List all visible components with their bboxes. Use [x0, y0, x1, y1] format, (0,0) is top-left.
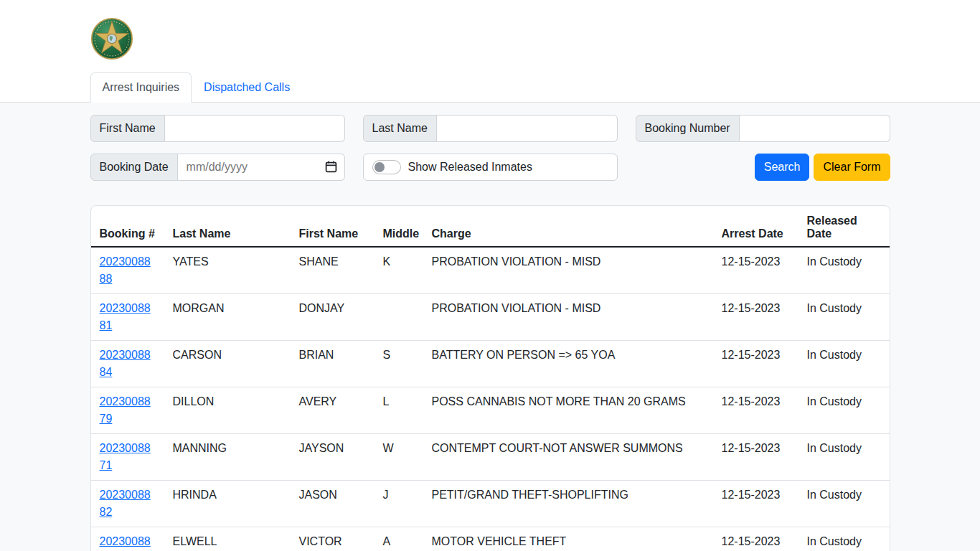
- arrest-date-cell: 12-15-2023: [713, 247, 798, 294]
- booking-date-input[interactable]: [178, 154, 345, 181]
- released-date-cell: In Custody: [798, 247, 890, 294]
- header-first-name: First Name: [291, 206, 374, 247]
- table-row: 2023008882HRINDAJASONJPETIT/GRAND THEFT-…: [91, 481, 890, 527]
- search-button[interactable]: Search: [755, 154, 810, 181]
- show-released-toggle[interactable]: [372, 160, 401, 174]
- header-last-name: Last Name: [164, 206, 291, 247]
- arrest-date-cell: 12-15-2023: [713, 294, 798, 341]
- page-header: Arrest Inquiries Dispatched Calls: [0, 0, 980, 103]
- first-name-cell: VICTOR: [291, 527, 374, 551]
- header-middle: Middle: [374, 206, 423, 247]
- booking-number-link[interactable]: 2023008871: [100, 442, 151, 471]
- first-name-label: First Name: [90, 115, 165, 142]
- first-name-input[interactable]: [165, 115, 345, 142]
- booking-number-cell: 2023008879: [91, 387, 164, 434]
- header-booking-number: Booking #: [91, 206, 164, 247]
- sheriff-badge-logo-icon: [90, 17, 133, 60]
- middle-initial-cell: A: [374, 527, 423, 551]
- booking-number-label: Booking Number: [636, 115, 740, 142]
- booking-number-input[interactable]: [740, 115, 890, 142]
- booking-number-link[interactable]: 2023008873: [100, 535, 151, 551]
- booking-number-link[interactable]: 2023008882: [100, 489, 151, 518]
- middle-initial-cell: S: [374, 341, 423, 387]
- last-name-cell: DILLON: [164, 387, 291, 434]
- results-table: Booking # Last Name First Name Middle Ch…: [91, 206, 890, 551]
- arrest-date-cell: 12-15-2023: [713, 527, 798, 551]
- header-arrest-date: Arrest Date: [713, 206, 798, 247]
- first-name-cell: DONJAY: [291, 294, 374, 341]
- first-name-cell: SHANE: [291, 247, 374, 294]
- first-name-cell: JASON: [291, 481, 374, 527]
- last-name-cell: MANNING: [164, 434, 291, 481]
- middle-initial-cell: L: [374, 387, 423, 434]
- middle-initial-cell: [374, 294, 423, 341]
- main-content: First Name Last Name Booking Number Book…: [90, 115, 890, 551]
- booking-number-cell: 2023008888: [91, 247, 164, 294]
- arrest-date-cell: 12-15-2023: [713, 481, 798, 527]
- arrest-date-cell: 12-15-2023: [713, 341, 798, 387]
- booking-number-link[interactable]: 2023008881: [100, 302, 151, 331]
- table-row: 2023008871MANNINGJAYSONWCONTEMPT COURT-N…: [91, 434, 890, 481]
- first-name-cell: AVERY: [291, 387, 374, 434]
- table-row: 2023008873ELWELLVICTORAMOTOR VEHICLE THE…: [91, 527, 890, 551]
- booking-number-cell: 2023008873: [91, 527, 164, 551]
- charge-cell: PETIT/GRAND THEFT-SHOPLIFTING: [423, 481, 713, 527]
- header-charge: Charge: [423, 206, 713, 247]
- last-name-cell: HRINDA: [164, 481, 291, 527]
- arrest-date-cell: 12-15-2023: [713, 434, 798, 481]
- booking-number-cell: 2023008884: [91, 341, 164, 387]
- tab-dispatched-calls[interactable]: Dispatched Calls: [192, 72, 302, 103]
- booking-number-link[interactable]: 2023008884: [100, 349, 151, 378]
- middle-initial-cell: K: [374, 247, 423, 294]
- table-header: Booking # Last Name First Name Middle Ch…: [91, 206, 890, 247]
- tab-arrest-inquiries[interactable]: Arrest Inquiries: [90, 72, 192, 103]
- form-actions: Search Clear Form: [636, 154, 890, 181]
- show-released-label: Show Released Inmates: [408, 161, 532, 174]
- last-name-cell: ELWELL: [164, 527, 291, 551]
- table-row: 2023008884CARSONBRIANSBATTERY ON PERSON …: [91, 341, 890, 387]
- released-date-cell: In Custody: [798, 387, 890, 434]
- first-name-cell: JAYSON: [291, 434, 374, 481]
- charge-cell: POSS CANNABIS NOT MORE THAN 20 GRAMS: [423, 387, 713, 434]
- results-card: Booking # Last Name First Name Middle Ch…: [90, 205, 890, 551]
- first-name-group: First Name: [90, 115, 345, 142]
- table-row: 2023008888YATESSHANEKPROBATION VIOLATION…: [91, 247, 890, 294]
- toggle-knob: [374, 162, 385, 172]
- charge-cell: BATTERY ON PERSON => 65 YOA: [423, 341, 713, 387]
- tab-bar: Arrest Inquiries Dispatched Calls: [0, 72, 980, 103]
- show-released-group: Show Released Inmates: [363, 154, 618, 181]
- clear-form-button[interactable]: Clear Form: [814, 154, 890, 181]
- table-row: 2023008881MORGANDONJAYPROBATION VIOLATIO…: [91, 294, 890, 341]
- last-name-input[interactable]: [437, 115, 618, 142]
- booking-date-label: Booking Date: [90, 154, 178, 181]
- last-name-label: Last Name: [363, 115, 437, 142]
- arrest-date-cell: 12-15-2023: [713, 387, 798, 434]
- booking-date-group: Booking Date: [90, 154, 345, 181]
- released-date-cell: In Custody: [798, 341, 890, 387]
- last-name-cell: CARSON: [164, 341, 291, 387]
- header-released-date: Released Date: [798, 206, 890, 247]
- released-date-cell: In Custody: [798, 294, 890, 341]
- booking-number-cell: 2023008882: [91, 481, 164, 527]
- last-name-cell: MORGAN: [164, 294, 291, 341]
- charge-cell: PROBATION VIOLATION - MISD: [423, 247, 713, 294]
- booking-number-link[interactable]: 2023008879: [100, 395, 151, 425]
- last-name-cell: YATES: [164, 247, 291, 294]
- released-date-cell: In Custody: [798, 434, 890, 481]
- released-date-cell: In Custody: [798, 527, 890, 551]
- search-form: First Name Last Name Booking Number Book…: [90, 115, 890, 181]
- table-row: 2023008879DILLONAVERYLPOSS CANNABIS NOT …: [91, 387, 890, 434]
- charge-cell: PROBATION VIOLATION - MISD: [423, 294, 713, 341]
- booking-number-cell: 2023008881: [91, 294, 164, 341]
- first-name-cell: BRIAN: [291, 341, 374, 387]
- booking-number-cell: 2023008871: [91, 434, 164, 481]
- booking-number-link[interactable]: 2023008888: [100, 255, 151, 285]
- booking-number-group: Booking Number: [636, 115, 890, 142]
- charge-cell: MOTOR VEHICLE THEFT: [423, 527, 713, 551]
- middle-initial-cell: J: [374, 481, 423, 527]
- table-body: 2023008888YATESSHANEKPROBATION VIOLATION…: [91, 247, 890, 551]
- released-date-cell: In Custody: [798, 481, 890, 527]
- middle-initial-cell: W: [374, 434, 423, 481]
- last-name-group: Last Name: [363, 115, 618, 142]
- charge-cell: CONTEMPT COURT-NOT ANSWER SUMMONS: [423, 434, 713, 481]
